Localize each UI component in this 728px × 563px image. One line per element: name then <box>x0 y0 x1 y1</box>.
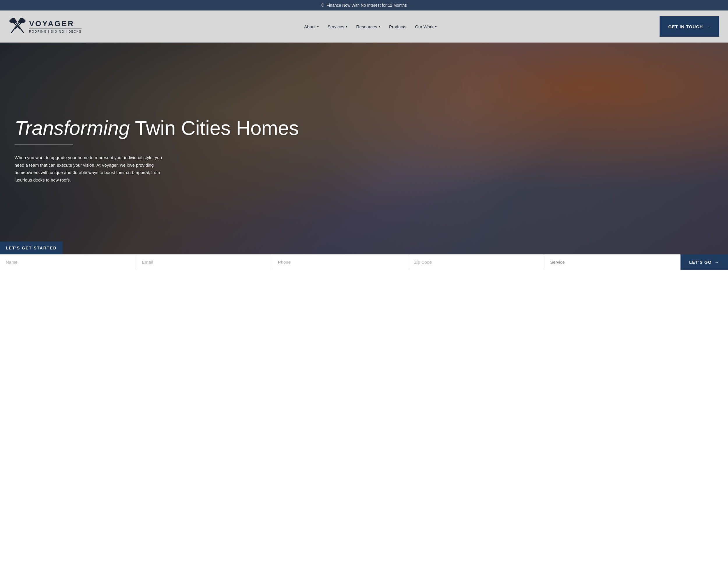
nav-our-work[interactable]: Our Work ▾ <box>415 24 437 29</box>
contact-form-section: LET'S GET STARTED Service Roofing Siding… <box>0 241 728 270</box>
phone-input[interactable] <box>272 254 408 270</box>
chevron-down-icon: ▾ <box>346 25 347 29</box>
nav-about[interactable]: About ▾ <box>304 24 319 29</box>
hero-title-italic: Transforming <box>15 117 130 139</box>
main-nav: About ▾ Services ▾ Resources ▾ Products … <box>304 24 437 29</box>
nav-services[interactable]: Services ▾ <box>328 24 348 29</box>
banner-text: Finance Now With No Interest for 12 Mont… <box>326 3 407 8</box>
name-input[interactable] <box>0 254 136 270</box>
logo-text: VOYAGER ROOFING | SIDING | DECKS <box>29 20 82 33</box>
get-in-touch-button[interactable]: GET IN TOUCH → <box>660 16 719 37</box>
hero-content: Transforming Twin Cities Homes When you … <box>0 43 400 270</box>
nav-resources[interactable]: Resources ▾ <box>356 24 380 29</box>
email-input[interactable] <box>136 254 272 270</box>
hero-title: Transforming Twin Cities Homes <box>15 117 386 139</box>
logo-icon <box>9 18 26 35</box>
service-select[interactable]: Service Roofing Siding Decks <box>544 254 680 270</box>
top-banner: © Finance Now With No Interest for 12 Mo… <box>0 0 728 10</box>
logo-link[interactable]: VOYAGER ROOFING | SIDING | DECKS <box>9 18 82 35</box>
copyright-icon: © <box>321 3 324 8</box>
zip-input[interactable] <box>408 254 544 270</box>
hero-section: Transforming Twin Cities Homes When you … <box>0 43 728 270</box>
submit-label: LET'S GO <box>689 259 712 264</box>
form-label: LET'S GET STARTED <box>0 241 63 254</box>
logo-tagline: ROOFING | SIDING | DECKS <box>29 29 82 33</box>
hero-title-normal: Twin Cities Homes <box>130 117 299 139</box>
form-inputs: Service Roofing Siding Decks LET'S GO → <box>0 254 728 270</box>
header: VOYAGER ROOFING | SIDING | DECKS About ▾… <box>0 10 728 43</box>
cta-label: GET IN TOUCH <box>668 24 703 29</box>
hero-divider <box>15 144 73 145</box>
nav-products[interactable]: Products <box>389 24 406 29</box>
hero-description: When you want to upgrade your home to re… <box>15 154 166 183</box>
logo-brand: VOYAGER <box>29 20 82 27</box>
arrow-icon: → <box>706 24 711 29</box>
form-submit-button[interactable]: LET'S GO → <box>681 254 728 270</box>
chevron-down-icon: ▾ <box>317 25 319 29</box>
submit-arrow-icon: → <box>715 259 719 264</box>
chevron-down-icon: ▾ <box>435 25 437 29</box>
chevron-down-icon: ▾ <box>379 25 380 29</box>
